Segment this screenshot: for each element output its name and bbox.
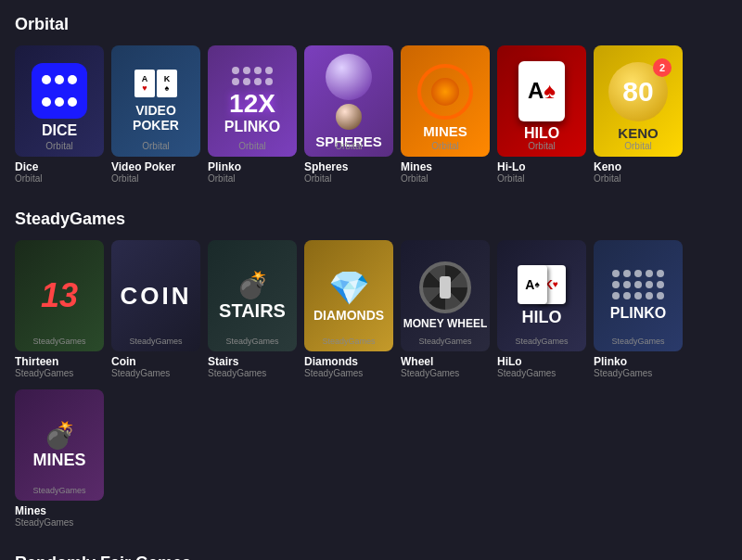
- game-provider-spheres: Orbital: [304, 173, 393, 184]
- game-name-plinko: Plinko: [208, 160, 297, 173]
- game-provider-dice: Orbital: [15, 173, 104, 184]
- game-card-diamonds[interactable]: 💎 DIAMONDS SteadyGames Diamonds SteadyGa…: [304, 240, 393, 382]
- mines-target: [417, 64, 473, 120]
- section-orbital: Orbital DICE Orbital Dice Orbit: [15, 15, 727, 187]
- game-name-hilo2: HiLo: [497, 355, 586, 368]
- keno-circle: 80 2: [608, 62, 668, 121]
- hilo2-label: HILO: [522, 308, 562, 327]
- steadygames-grid: 13 SteadyGames Thirteen SteadyGames COIN…: [15, 240, 727, 531]
- game-name-keno: Keno: [594, 160, 683, 173]
- game-name-diamonds: Diamonds: [304, 355, 393, 368]
- plinko-dots: [232, 67, 273, 85]
- videopoker-label: VIDEO POKER: [111, 103, 200, 133]
- section-randomlyfair: Randomly Fair Games 5.00X 🍯 HONEY COMB S…: [15, 554, 727, 560]
- game-thumb-coin: COIN SteadyGames: [111, 240, 200, 351]
- plinko-label: PLINKO: [224, 119, 280, 135]
- game-provider-mines2: SteadyGames: [15, 517, 104, 528]
- hilo-card: A♠: [518, 61, 565, 121]
- spheres-ball-small: [336, 104, 362, 130]
- wheel-label: MONEY WHEEL: [403, 317, 487, 330]
- game-name-stairs: Stairs: [208, 355, 297, 368]
- game-name-plinko2: Plinko: [594, 355, 683, 368]
- plinko-multiplier: 12X: [229, 89, 275, 119]
- wheel-circle-icon: [419, 261, 471, 313]
- game-thumb-plinko: 12X PLINKO Orbital: [208, 45, 297, 157]
- game-card-dice[interactable]: DICE Orbital Dice Orbital: [15, 45, 104, 187]
- spheres-ball-big: [326, 54, 372, 100]
- game-provider-coin: SteadyGames: [111, 368, 200, 378]
- game-card-hilo[interactable]: A♠ HILO Orbital Hi-Lo Orbital: [497, 45, 586, 187]
- stairs-label: STAIRS: [219, 300, 286, 322]
- game-provider-mines: Orbital: [401, 173, 490, 184]
- game-card-wheel[interactable]: MONEY WHEEL SteadyGames Wheel SteadyGame…: [401, 240, 490, 382]
- game-provider-plinko2: SteadyGames: [594, 368, 683, 378]
- hilo2-cards: A♠ K♥: [521, 265, 562, 304]
- game-thumb-keno: 80 2 KENO Orbital: [594, 45, 683, 157]
- game-provider-diamonds: SteadyGames: [304, 368, 393, 378]
- game-card-plinko2[interactable]: PLINKO SteadyGames Plinko SteadyGames: [594, 240, 683, 382]
- game-name-coin: Coin: [111, 355, 200, 368]
- section-title-randomlyfair: Randomly Fair Games: [15, 554, 727, 560]
- game-thumb-mines2: 💣 MINES SteadyGames: [15, 389, 104, 501]
- mines-inner: [431, 78, 459, 106]
- thirteen-label: 13: [41, 276, 78, 315]
- game-provider-thirteen: SteadyGames: [15, 368, 104, 378]
- game-name-videopoker: Video Poker: [111, 160, 200, 173]
- keno-label: KENO: [618, 125, 658, 141]
- section-title-orbital: Orbital: [15, 15, 727, 34]
- game-thumb-stairs: 💣 STAIRS SteadyGames: [208, 240, 297, 351]
- mines2-bomb-icon: 💣: [44, 420, 76, 451]
- game-name-mines: Mines: [401, 160, 490, 173]
- coin-label: COIN: [121, 282, 192, 311]
- game-provider-stairs: SteadyGames: [208, 368, 297, 378]
- keno-badge: 2: [653, 58, 672, 77]
- game-card-plinko[interactable]: 12X PLINKO Orbital Plinko Orbital: [208, 45, 297, 187]
- section-title-steadygames: SteadyGames: [15, 210, 727, 229]
- game-card-stairs[interactable]: 💣 STAIRS SteadyGames Stairs SteadyGames: [208, 240, 297, 382]
- game-thumb-mines: MINES Orbital: [401, 45, 490, 157]
- game-card-coin[interactable]: COIN SteadyGames Coin SteadyGames: [111, 240, 200, 382]
- game-name-spheres: Spheres: [304, 160, 393, 173]
- dice-label: DICE: [42, 122, 77, 139]
- game-name-wheel: Wheel: [401, 355, 490, 368]
- game-thumb-spheres: SPHERES Orbital: [304, 45, 393, 157]
- orbital-games-grid: DICE Orbital Dice Orbital A♥ K♠: [15, 45, 727, 187]
- game-provider-wheel: SteadyGames: [401, 368, 490, 378]
- game-card-mines[interactable]: MINES Orbital Mines Orbital: [401, 45, 490, 187]
- game-thumb-plinko2: PLINKO SteadyGames: [594, 240, 683, 351]
- dice-icon: [32, 63, 87, 119]
- plinko2-label: PLINKO: [610, 305, 666, 322]
- diamonds-label: DIAMONDS: [313, 308, 384, 323]
- hilo-label: HILO: [524, 125, 559, 142]
- game-card-videopoker[interactable]: A♥ K♠ VIDEO POKER Orbital Video Poker Or…: [111, 45, 200, 187]
- game-provider-keno: Orbital: [594, 173, 683, 184]
- game-name-thirteen: Thirteen: [15, 355, 104, 368]
- game-thumb-hilo: A♠ HILO Orbital: [497, 45, 586, 157]
- game-provider-plinko: Orbital: [208, 173, 297, 184]
- game-name-mines2: Mines: [15, 504, 104, 517]
- game-provider-hilo2: SteadyGames: [497, 368, 586, 378]
- game-thumb-thirteen: 13 SteadyGames: [15, 240, 104, 351]
- game-card-thirteen[interactable]: 13 SteadyGames Thirteen SteadyGames: [15, 240, 104, 382]
- game-card-keno[interactable]: 80 2 KENO Orbital Keno Orbital: [594, 45, 683, 187]
- game-thumb-hilo2: A♠ K♥ HILO SteadyGames: [497, 240, 586, 351]
- section-steadygames: SteadyGames 13 SteadyGames Thirteen Stea…: [15, 210, 727, 531]
- diamonds-gem-icon: 💎: [328, 269, 370, 308]
- game-thumb-diamonds: 💎 DIAMONDS SteadyGames: [304, 240, 393, 351]
- game-provider-hilo: Orbital: [497, 173, 586, 184]
- game-thumb-videopoker: A♥ K♠ VIDEO POKER Orbital: [111, 45, 200, 157]
- plinko2-dots: [612, 270, 664, 299]
- game-name-hilo: Hi-Lo: [497, 160, 586, 173]
- videopoker-cards: A♥ K♠: [134, 70, 177, 97]
- mines-label: MINES: [423, 123, 467, 139]
- game-name-dice: Dice: [15, 160, 104, 173]
- app-container: Orbital DICE Orbital Dice Orbit: [15, 15, 727, 560]
- game-provider-videopoker: Orbital: [111, 173, 200, 184]
- stairs-bomb-icon: 💣: [237, 270, 269, 300]
- game-card-hilo2[interactable]: A♠ K♥ HILO SteadyGames HiLo SteadyGames: [497, 240, 586, 382]
- mines2-label: MINES: [32, 451, 85, 470]
- game-thumb-wheel: MONEY WHEEL SteadyGames: [401, 240, 490, 351]
- game-thumb-dice: DICE Orbital: [15, 45, 104, 157]
- game-card-mines2[interactable]: 💣 MINES SteadyGames Mines SteadyGames: [15, 389, 104, 531]
- game-card-spheres[interactable]: SPHERES Orbital Spheres Orbital: [304, 45, 393, 187]
